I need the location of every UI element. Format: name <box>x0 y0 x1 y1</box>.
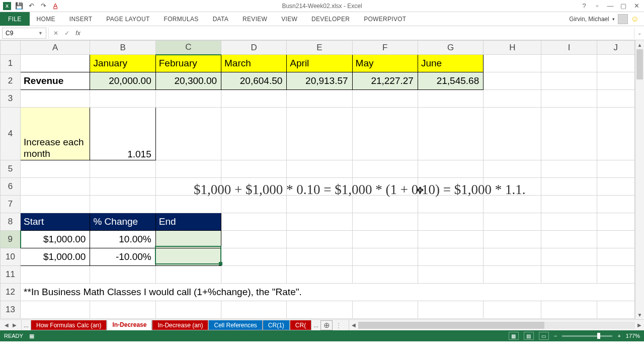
cell-D9[interactable] <box>221 231 287 248</box>
cell-A7[interactable] <box>21 196 90 213</box>
select-all-corner[interactable] <box>1 41 21 55</box>
tab-home[interactable]: HOME <box>30 12 62 26</box>
sheet-nav-dots[interactable]: ... <box>22 320 31 330</box>
cell-I4[interactable] <box>541 108 597 160</box>
cell-C3[interactable] <box>155 90 221 108</box>
cell-J5[interactable] <box>597 160 634 178</box>
cell-F7[interactable] <box>352 196 418 213</box>
help-icon[interactable]: ? <box>580 2 589 10</box>
redo-icon[interactable]: ↷ <box>39 2 47 10</box>
sheet-nav-dots2[interactable]: ... <box>311 320 320 330</box>
hscroll-thumb[interactable] <box>358 322 544 329</box>
tab-file[interactable]: FILE <box>0 12 30 26</box>
cell-F10[interactable] <box>352 248 418 266</box>
cell-F9[interactable] <box>352 231 418 248</box>
cell-E13[interactable] <box>287 301 352 319</box>
chevron-down-icon[interactable]: ▼ <box>38 31 43 36</box>
sheet-tab-4[interactable]: CR(1) <box>263 320 290 330</box>
cell-H10[interactable] <box>484 248 541 266</box>
formula-enter-icon[interactable]: ✓ <box>63 30 71 37</box>
scroll-down-icon[interactable]: ▼ <box>635 310 644 319</box>
cell-G8[interactable] <box>418 213 483 231</box>
cell-A11[interactable] <box>21 266 90 284</box>
cell-I5[interactable] <box>541 160 597 178</box>
cell-B7[interactable] <box>90 196 155 213</box>
hscroll-right-icon[interactable]: ▶ <box>635 322 644 328</box>
col-header-E[interactable]: E <box>287 41 352 55</box>
cell-F1[interactable]: May <box>352 55 418 72</box>
cell-H11[interactable] <box>484 266 541 284</box>
cell-D4[interactable] <box>221 108 287 160</box>
cell-C10[interactable] <box>155 248 221 266</box>
zoom-in-icon[interactable]: + <box>617 333 620 339</box>
cell-H1[interactable] <box>484 55 541 72</box>
save-icon[interactable]: 💾 <box>15 2 23 10</box>
sheet-tab-2[interactable]: In-Decrease (an) <box>152 320 208 330</box>
font-color-icon[interactable]: A <box>51 2 59 10</box>
cell-I1[interactable] <box>541 55 597 72</box>
cell-A12[interactable]: **In Business Math Classes I would call … <box>21 284 635 301</box>
cell-C7[interactable] <box>155 196 221 213</box>
cell-F3[interactable] <box>352 90 418 108</box>
cell-B1[interactable]: January <box>90 55 155 72</box>
row-header-5[interactable]: 5 <box>1 160 21 178</box>
cell-I6[interactable] <box>541 178 597 196</box>
cell-D5[interactable] <box>221 160 287 178</box>
cell-G1[interactable]: June <box>418 55 483 72</box>
cell-D13[interactable] <box>221 301 287 319</box>
cell-B8[interactable]: % Change <box>90 213 155 231</box>
cell-F8[interactable] <box>352 213 418 231</box>
cell-A5[interactable] <box>21 160 90 178</box>
view-normal-icon[interactable]: ▦ <box>509 332 519 340</box>
cell-J11[interactable] <box>597 266 634 284</box>
tab-view[interactable]: VIEW <box>274 12 304 26</box>
view-page-layout-icon[interactable]: ▤ <box>524 332 534 340</box>
cell-G4[interactable] <box>418 108 483 160</box>
cell-J3[interactable] <box>597 90 634 108</box>
cell-D8[interactable] <box>221 213 287 231</box>
cell-F5[interactable] <box>352 160 418 178</box>
cell-H8[interactable] <box>484 213 541 231</box>
row-header-3[interactable]: 3 <box>1 90 21 108</box>
cell-I13[interactable] <box>541 301 597 319</box>
cell-F4[interactable] <box>352 108 418 160</box>
cell-B9[interactable]: 10.00% <box>90 231 155 248</box>
cell-I3[interactable] <box>541 90 597 108</box>
cell-I9[interactable] <box>541 231 597 248</box>
maximize-icon[interactable]: ▢ <box>619 2 628 10</box>
zoom-out-icon[interactable]: − <box>554 333 557 339</box>
sheet-nav[interactable]: ◀ ▶ <box>0 320 22 330</box>
cell-G11[interactable] <box>418 266 483 284</box>
cell-D1[interactable]: March <box>221 55 287 72</box>
scroll-thumb[interactable] <box>636 49 643 79</box>
tab-page-layout[interactable]: PAGE LAYOUT <box>99 12 156 26</box>
row-header-13[interactable]: 13 <box>1 301 21 319</box>
horizontal-scrollbar[interactable]: ◀ ▶ <box>349 320 644 330</box>
zoom-slider[interactable] <box>562 335 612 337</box>
row-header-10[interactable]: 10 <box>1 248 21 266</box>
cell-E4[interactable] <box>287 108 352 160</box>
col-header-G[interactable]: G <box>418 41 483 55</box>
cell-A3[interactable] <box>21 90 90 108</box>
row-header-4[interactable]: 4 <box>1 108 21 160</box>
sheet-tab-1[interactable]: In-Decrease <box>107 320 152 330</box>
cell-E2[interactable]: 20,913.57 <box>287 72 352 90</box>
cell-G3[interactable] <box>418 90 483 108</box>
fx-icon[interactable]: fx <box>74 30 82 37</box>
cell-G2[interactable]: 21,545.68 <box>418 72 483 90</box>
cell-I10[interactable] <box>541 248 597 266</box>
cell-B13[interactable] <box>90 301 155 319</box>
cell-C1[interactable]: February <box>155 55 221 72</box>
cell-A13[interactable] <box>21 301 90 319</box>
cell-J1[interactable] <box>597 55 634 72</box>
cell-H2[interactable] <box>484 72 541 90</box>
cell-C2[interactable]: 20,300.00 <box>155 72 221 90</box>
view-page-break-icon[interactable]: ▭ <box>539 332 549 340</box>
cell-A9[interactable]: $1,000.00 <box>21 231 90 248</box>
sheet-nav-prev-icon[interactable]: ◀ <box>3 322 10 328</box>
cell-I7[interactable] <box>541 196 597 213</box>
ribbon-options-icon[interactable]: ▫ <box>593 2 602 10</box>
col-header-C[interactable]: C <box>155 41 221 55</box>
sheet-tab-0[interactable]: How Formulas Calc (an) <box>31 320 107 330</box>
col-header-F[interactable]: F <box>352 41 418 55</box>
